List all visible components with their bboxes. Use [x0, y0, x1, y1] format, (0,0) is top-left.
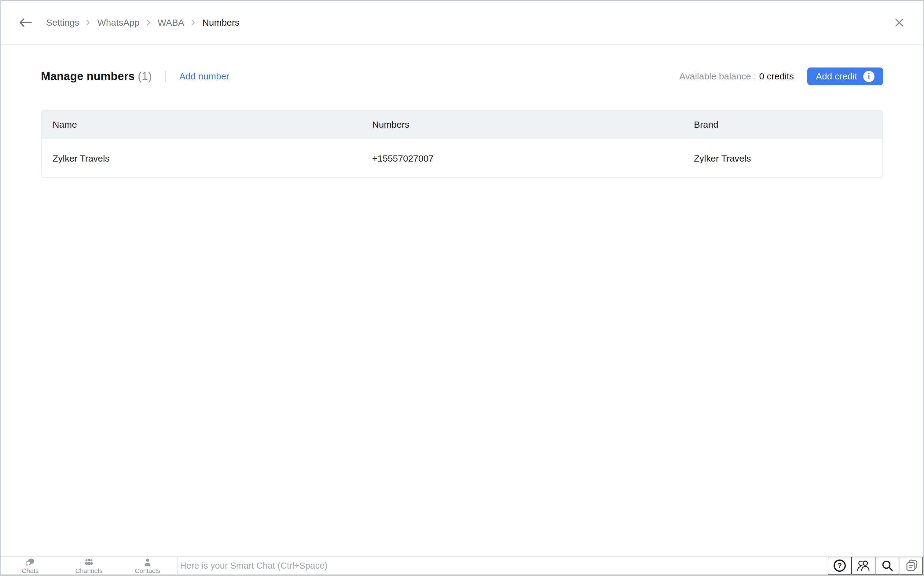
back-button[interactable] — [18, 16, 33, 29]
tab-chats-label: Chats — [22, 567, 39, 574]
tab-channels-label: Channels — [75, 567, 102, 574]
page-header: Manage numbers(1) Add number Available b… — [41, 67, 883, 85]
breadcrumb-whatsapp[interactable]: WhatsApp — [97, 18, 139, 28]
help-icon: ? — [834, 560, 846, 572]
stacked-chat-button[interactable] — [899, 557, 923, 574]
page-title: Manage numbers(1) — [41, 70, 152, 83]
breadcrumb: Settings WhatsApp WABA Numbers — [46, 18, 240, 28]
chevron-right-icon — [86, 19, 90, 26]
balance-value: 0 credits — [759, 71, 794, 82]
info-icon: i — [863, 71, 874, 82]
bottom-right-icons: ? — [828, 557, 923, 574]
close-icon — [894, 17, 905, 28]
vertical-divider — [165, 71, 166, 82]
column-header-brand: Brand — [694, 119, 882, 130]
cell-name: Zylker Travels — [53, 153, 372, 164]
tab-contacts[interactable]: Contacts — [118, 557, 177, 574]
channels-icon — [83, 558, 95, 567]
tab-contacts-label: Contacts — [135, 567, 160, 574]
chats-icon — [24, 558, 36, 567]
cell-number: +15557027007 — [372, 153, 694, 164]
cell-brand: Zylker Travels — [694, 153, 882, 164]
tab-channels[interactable]: Channels — [59, 557, 118, 574]
back-arrow-icon — [18, 18, 32, 28]
page-title-text: Manage numbers — [41, 70, 135, 82]
table-header-row: Name Numbers Brand — [42, 110, 882, 139]
add-number-link[interactable]: Add number — [179, 71, 229, 82]
users-icon — [857, 560, 871, 572]
search-icon — [881, 559, 894, 572]
balance-label: Available balance : — [679, 71, 756, 82]
search-button[interactable] — [875, 557, 899, 574]
numbers-count: (1) — [138, 70, 152, 82]
bottom-bar: Chats Channels Contac — [1, 556, 923, 574]
tab-chats[interactable]: Chats — [1, 557, 59, 574]
bottom-tabs: Chats Channels Contac — [1, 557, 177, 574]
add-credit-label: Add credit — [816, 71, 857, 82]
breadcrumb-numbers: Numbers — [202, 18, 240, 28]
numbers-table: Name Numbers Brand Zylker Travels +15557… — [41, 110, 883, 178]
breadcrumb-waba[interactable]: WABA — [158, 18, 184, 28]
column-header-name: Name — [53, 119, 372, 130]
stacked-chat-icon — [905, 559, 918, 572]
help-button[interactable]: ? — [828, 557, 852, 574]
contacts-icon — [141, 558, 154, 567]
main-content: Manage numbers(1) Add number Available b… — [1, 45, 923, 556]
table-row[interactable]: Zylker Travels +15557027007 Zylker Trave… — [42, 139, 882, 178]
top-bar: Settings WhatsApp WABA Numbers — [1, 1, 923, 45]
users-button[interactable] — [852, 557, 875, 574]
chevron-right-icon — [146, 19, 151, 26]
add-credit-button[interactable]: Add credit i — [807, 67, 883, 85]
breadcrumb-settings[interactable]: Settings — [46, 18, 79, 28]
smart-chat-input[interactable] — [178, 557, 828, 574]
balance-section: Available balance : 0 credits Add credit… — [679, 67, 883, 85]
smart-chat-bar — [177, 557, 828, 574]
close-button[interactable] — [892, 16, 906, 29]
waba-numbers-window: Settings WhatsApp WABA Numbers Manage nu… — [0, 0, 924, 576]
column-header-numbers: Numbers — [372, 119, 694, 130]
chevron-right-icon — [191, 19, 195, 26]
